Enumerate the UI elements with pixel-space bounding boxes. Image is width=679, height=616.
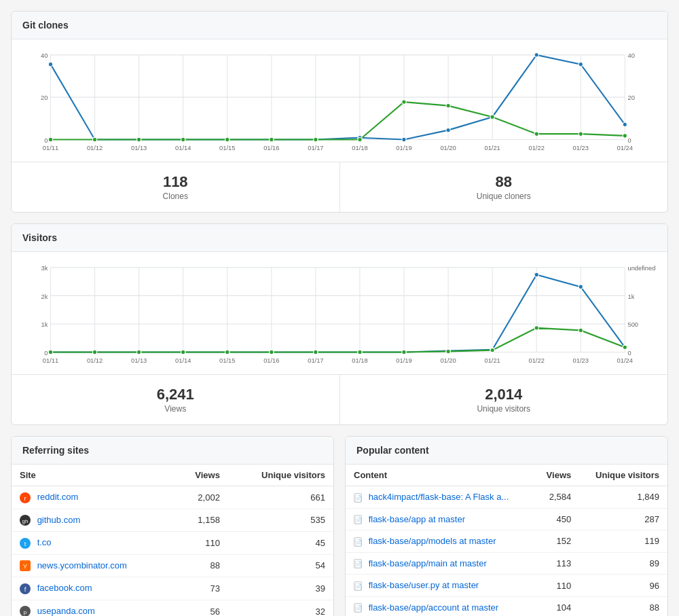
file-icon: 📄 — [354, 603, 362, 613]
svg-point-46 — [446, 128, 450, 132]
git-clones-stats: 118 Clones 88 Unique cloners — [12, 162, 667, 212]
unique-cell: 39 — [228, 577, 333, 600]
referring-sites-card: Referring sites Site Views Unique visito… — [11, 436, 334, 616]
site-link[interactable]: news.ycombinator.com — [37, 560, 127, 570]
facebook-icon: f — [20, 583, 31, 594]
unique-visitors-count: 2,014 Unique visitors — [340, 375, 668, 424]
table-row: f facebook.com 73 39 — [12, 577, 333, 600]
col-unique: Unique visitors — [228, 465, 333, 486]
site-link[interactable]: facebook.com — [37, 583, 92, 593]
site-link[interactable]: reddit.com — [37, 492, 79, 502]
svg-point-37 — [48, 62, 52, 67]
content-link[interactable]: flask-base/user.py at master — [369, 580, 479, 590]
svg-text:01/23: 01/23 — [573, 356, 589, 363]
svg-point-119 — [48, 350, 52, 355]
svg-text:t: t — [24, 540, 26, 547]
svg-text:01/17: 01/17 — [308, 143, 323, 151]
svg-text:01/18: 01/18 — [352, 356, 367, 363]
table-row: gh github.com 1,158 535 — [12, 509, 333, 532]
col-views: Views — [534, 465, 580, 486]
views-count: 6,241 Views — [12, 375, 340, 424]
table-row: 📄 flask-base/app/account at master 104 8… — [346, 596, 667, 616]
content-cell: 📄 flask-base/app/account at master — [346, 596, 534, 616]
svg-point-58 — [358, 137, 362, 142]
svg-text:01/14: 01/14 — [175, 143, 191, 151]
visitors-title: Visitors — [12, 224, 667, 252]
svg-text:gh: gh — [22, 518, 29, 524]
svg-text:01/12: 01/12 — [87, 143, 103, 151]
svg-point-55 — [225, 137, 230, 142]
unique-cell: 88 — [579, 596, 667, 616]
svg-text:01/15: 01/15 — [219, 143, 235, 151]
file-icon: 📄 — [354, 581, 362, 591]
unique-cell: 89 — [579, 552, 667, 575]
bottom-row: Referring sites Site Views Unique visito… — [11, 436, 668, 616]
views-cell: 110 — [174, 532, 228, 555]
svg-text:0: 0 — [44, 137, 48, 144]
views-cell: 113 — [534, 552, 580, 575]
col-unique: Unique visitors — [579, 465, 667, 486]
git-clones-card: Git clones 002020404001/1101/1201/1301/1… — [11, 11, 668, 213]
svg-text:01/13: 01/13 — [131, 356, 147, 363]
svg-text:20: 20 — [627, 94, 634, 101]
unique-cell: 45 — [228, 532, 333, 555]
svg-text:01/19: 01/19 — [396, 143, 411, 151]
site-cell: t t.co — [12, 532, 174, 555]
views-cell: 88 — [174, 554, 228, 577]
views-cell: 1,158 — [174, 509, 228, 532]
col-site: Site — [12, 465, 174, 486]
table-row: p usepanda.com 56 32 — [12, 600, 333, 616]
svg-text:01/22: 01/22 — [529, 143, 545, 151]
svg-point-56 — [270, 137, 274, 142]
svg-point-60 — [446, 103, 450, 108]
content-cell: 📄 flask-base/app at master — [346, 508, 534, 530]
svg-point-127 — [402, 350, 406, 355]
svg-text:0: 0 — [44, 349, 48, 357]
svg-point-120 — [92, 350, 96, 355]
content-cell: 📄 flask-base/app/main at master — [346, 552, 534, 575]
unique-cell: 96 — [579, 575, 667, 597]
svg-text:01/19: 01/19 — [396, 356, 411, 363]
svg-text:Y: Y — [23, 562, 28, 570]
file-icon: 📄 — [354, 493, 362, 503]
unique-cloners-count: 88 Unique cloners — [340, 162, 668, 212]
visitors-stats: 6,241 Views 2,014 Unique visitors — [12, 374, 667, 424]
svg-text:undefined: undefined — [627, 264, 655, 272]
svg-point-62 — [534, 132, 538, 137]
svg-point-121 — [137, 350, 141, 355]
file-icon: 📄 — [354, 515, 362, 524]
unique-cell: 32 — [228, 600, 333, 616]
svg-point-45 — [402, 137, 406, 142]
unique-visitors-value: 2,014 — [351, 386, 657, 403]
svg-text:01/11: 01/11 — [43, 356, 58, 363]
content-link[interactable]: flask-base/app/models at master — [369, 536, 496, 546]
site-link[interactable]: t.co — [37, 537, 52, 547]
popular-content-card: Popular content Content Views Unique vis… — [345, 436, 668, 616]
content-cell: 📄 flask-base/user.py at master — [346, 575, 534, 597]
site-link[interactable]: usepanda.com — [37, 606, 95, 616]
popular-content-title: Popular content — [346, 437, 667, 465]
twitter-icon: t — [20, 538, 31, 549]
content-link[interactable]: flask-base/app at master — [369, 514, 465, 524]
content-link[interactable]: hack4impact/flask-base: A Flask a... — [369, 492, 509, 502]
clones-value: 118 — [22, 173, 329, 191]
visitors-chart: 001k5002k1k3kundefined01/1101/1201/1301/… — [12, 252, 667, 374]
svg-text:1k: 1k — [41, 321, 48, 328]
col-views: Views — [174, 465, 228, 486]
site-link[interactable]: github.com — [37, 515, 81, 525]
svg-point-57 — [314, 137, 318, 142]
unique-cell: 119 — [579, 530, 667, 553]
views-cell: 73 — [174, 577, 228, 600]
content-link[interactable]: flask-base/app/account at master — [369, 602, 499, 613]
svg-text:0: 0 — [627, 137, 631, 144]
file-icon: 📄 — [354, 559, 362, 568]
svg-text:p: p — [24, 609, 27, 615]
content-link[interactable]: flask-base/app/main at master — [369, 558, 487, 568]
github-icon: gh — [20, 515, 31, 526]
views-cell: 450 — [534, 508, 580, 530]
svg-text:01/24: 01/24 — [617, 143, 634, 151]
svg-text:01/23: 01/23 — [573, 143, 589, 151]
svg-point-59 — [402, 100, 406, 105]
panda-icon: p — [20, 606, 31, 616]
svg-text:0: 0 — [627, 349, 631, 357]
